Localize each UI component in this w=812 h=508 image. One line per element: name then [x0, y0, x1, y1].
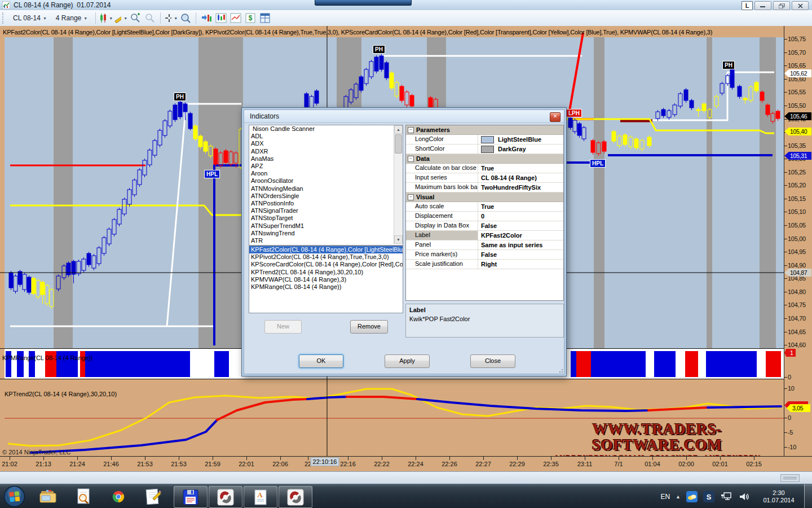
language-indicator[interactable]: EN: [660, 493, 670, 501]
new-button[interactable]: New: [264, 320, 302, 334]
property-row[interactable]: Displacement0: [406, 212, 563, 221]
indicator-list-item[interactable]: ADX: [249, 140, 403, 147]
property-value[interactable]: KPFast2Color: [478, 231, 563, 240]
tray-chevron-icon[interactable]: ▲: [676, 494, 681, 500]
scroll-grip[interactable]: [780, 474, 800, 482]
ok-button[interactable]: OK: [299, 354, 343, 368]
indicator-list-item[interactable]: APZ: [249, 163, 403, 170]
property-row[interactable]: Auto scaleTrue: [406, 202, 563, 212]
chart-properties-button[interactable]: [229, 12, 242, 24]
indicator-list-item[interactable]: ATNSignalTrader: [249, 207, 403, 214]
toolbar-grip[interactable]: [2, 12, 6, 24]
tray-clock[interactable]: 2:30 01.07.2014: [758, 489, 800, 504]
dialog-close-icon[interactable]: ✕: [550, 112, 561, 122]
background-window-tab[interactable]: [315, 0, 412, 6]
indicator-list-item[interactable]: ADXR: [249, 148, 403, 155]
property-value[interactable]: True: [478, 164, 563, 173]
configured-indicators-list[interactable]: KPFast2Color(CL 08-14 (4 Range),Color [L…: [249, 246, 403, 313]
available-indicators-list[interactable]: Nison Candle ScannerADLADXADXRAnaMasAPZA…: [249, 125, 403, 246]
scroll-up-icon[interactable]: ▲: [394, 125, 403, 134]
configured-indicator-item[interactable]: KPFast2Color(CL 08-14 (4 Range),Color [L…: [249, 246, 403, 253]
property-value[interactable]: Same as input series: [478, 240, 563, 249]
indicator-list-item[interactable]: ATR: [249, 237, 403, 244]
property-value[interactable]: False: [478, 221, 563, 230]
indicator-list-item[interactable]: ATNSuperTrendM1: [249, 222, 403, 230]
dialog-resize-grip[interactable]: [557, 367, 563, 373]
zoom-out-button[interactable]: [143, 12, 157, 24]
task-ninjatrader-app[interactable]: [209, 486, 242, 508]
indicator-list-item[interactable]: ADL: [249, 133, 403, 140]
grid-settings-button[interactable]: [258, 12, 272, 24]
indicator-list-item[interactable]: ATNswingTrend: [249, 230, 403, 237]
indicator-list-item[interactable]: Nison Candle Scanner: [249, 125, 403, 133]
indicator-list-item[interactable]: ATNMovingMedian: [249, 185, 403, 192]
indicator-list-item[interactable]: ATNStopTarget: [249, 214, 403, 222]
close-button[interactable]: [792, 1, 809, 10]
task-document-app[interactable]: A: [244, 486, 277, 508]
close-dialog-button[interactable]: Close: [470, 354, 515, 368]
property-value[interactable]: DarkGray: [478, 144, 563, 154]
chart-style-button[interactable]: ▼: [99, 12, 113, 24]
property-value[interactable]: CL 08-14 (4 Range): [478, 173, 563, 182]
data-box-button[interactable]: [179, 12, 192, 24]
property-value[interactable]: 0: [478, 212, 563, 221]
property-row[interactable]: LabelKPFast2Color: [406, 231, 563, 240]
property-row[interactable]: Input seriesCL 08-14 (4 Range): [406, 173, 563, 183]
property-row[interactable]: LongColorLightSteelBlue: [406, 135, 563, 144]
remove-button[interactable]: Remove: [350, 320, 388, 334]
collapse-icon[interactable]: −: [408, 127, 414, 133]
account-values-button[interactable]: $: [244, 12, 257, 24]
property-value[interactable]: Right: [478, 260, 563, 269]
property-group-row[interactable]: −Data: [406, 154, 563, 164]
draw-tool-button[interactable]: ▼: [114, 12, 127, 24]
property-row[interactable]: Calculate on bar closeTrue: [406, 164, 563, 173]
configured-indicator-item[interactable]: KPMRange(CL 08-14 (4 Range)): [249, 283, 403, 291]
minimize-button[interactable]: [754, 1, 771, 10]
tray-skype-icon[interactable]: S: [703, 491, 714, 502]
collapse-icon[interactable]: −: [408, 156, 414, 162]
scrollbar[interactable]: ▲ ▼: [394, 125, 403, 244]
time-axis[interactable]: 21:0221:1321:2421:4621:5321:5321:5922:01…: [0, 456, 812, 472]
properties-grid[interactable]: −ParametersLongColorLightSteelBlueShortC…: [405, 125, 564, 301]
zoom-in-button[interactable]: [129, 12, 142, 24]
property-row[interactable]: Maximum bars look bacTwoHundredFiftySix: [406, 183, 563, 192]
property-group-row[interactable]: −Parameters: [406, 125, 563, 135]
chart-trader-button[interactable]: [200, 12, 213, 24]
indicator-list-item[interactable]: AnaMas: [249, 155, 403, 163]
notepad-icon[interactable]: [142, 487, 165, 506]
property-value[interactable]: TwoHundredFiftySix: [478, 183, 563, 192]
configured-indicator-item[interactable]: KPScoreCardColor(CL 08-14 (4 Range),Colo…: [249, 261, 403, 268]
task-floppy-app[interactable]: [174, 486, 208, 508]
start-button[interactable]: [3, 485, 25, 507]
property-row[interactable]: Price marker(s)False: [406, 250, 563, 260]
color-swatch[interactable]: [481, 146, 494, 153]
property-value[interactable]: True: [478, 202, 563, 211]
property-group-row[interactable]: −Visual: [406, 192, 563, 202]
configured-indicator-item[interactable]: KPPivot2Color(CL 08-14 (4 Range),True,Tr…: [249, 253, 403, 261]
price-axis[interactable]: 105,75105,70105,65105,60105,55105,50105,…: [784, 26, 812, 456]
scrollbar-thumb[interactable]: [395, 134, 402, 154]
scroll-down-icon[interactable]: ▼: [394, 235, 403, 244]
dialog-titlebar[interactable]: Indicators ✕: [244, 110, 564, 123]
restore-button[interactable]: [773, 1, 790, 10]
property-value[interactable]: False: [478, 250, 563, 259]
chrome-icon[interactable]: [107, 487, 130, 506]
task-ninjatrader2-app[interactable]: [279, 486, 312, 508]
tray-volume-icon[interactable]: [738, 491, 751, 502]
configured-indicator-item[interactable]: KPTrend2(CL 08-14 (4 Range),30,20,10): [249, 269, 403, 276]
bars-panel-button[interactable]: [214, 12, 228, 24]
indicator-list-item[interactable]: AroonOscillator: [249, 177, 403, 185]
property-row[interactable]: PanelSame as input series: [406, 240, 563, 250]
lock-button[interactable]: L: [742, 1, 753, 10]
collapse-icon[interactable]: −: [408, 194, 414, 200]
property-value[interactable]: LightSteelBlue: [478, 135, 563, 144]
property-row[interactable]: Display in Data BoxFalse: [406, 221, 563, 231]
property-row[interactable]: ShortColorDarkGray: [406, 144, 563, 154]
apply-button[interactable]: Apply: [385, 354, 430, 368]
cursor-crosshair-button[interactable]: ▼: [164, 12, 178, 24]
explorer-icon[interactable]: [37, 487, 60, 506]
configured-indicator-item[interactable]: KPMVWAP(CL 08-14 (4 Range),3): [249, 276, 403, 283]
indicator-list-item[interactable]: ATNPostionInfo: [249, 200, 403, 207]
show-desktop-button[interactable]: [804, 484, 812, 508]
instrument-selector[interactable]: CL 08-14▼: [9, 12, 51, 24]
